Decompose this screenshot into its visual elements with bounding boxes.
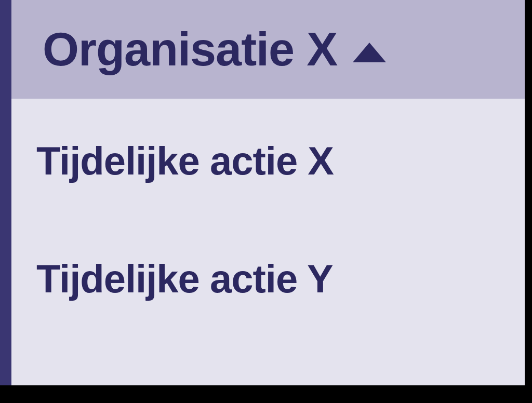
dropdown-header-title: Organisatie X xyxy=(43,23,337,76)
menu-item-tijdelijke-actie-x[interactable]: Tijdelijke actie X xyxy=(36,138,525,183)
menu-item-label: Tijdelijke actie X xyxy=(36,139,334,183)
menu-item-label: Tijdelijke actie Y xyxy=(36,257,333,301)
dropdown-header[interactable]: Organisatie X xyxy=(11,0,525,99)
dropdown-menu-list: Tijdelijke actie X Tijdelijke actie Y xyxy=(11,99,525,385)
chevron-up-icon xyxy=(353,43,386,62)
menu-item-tijdelijke-actie-y[interactable]: Tijdelijke actie Y xyxy=(36,256,525,301)
panel-left-border xyxy=(0,0,11,385)
dropdown-panel: Organisatie X Tijdelijke actie X Tijdeli… xyxy=(0,0,525,385)
